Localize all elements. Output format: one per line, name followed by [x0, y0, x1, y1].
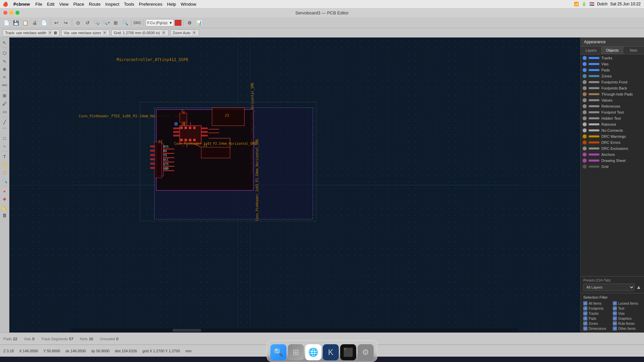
sf-item-text[interactable]: ✓ Text — [613, 306, 641, 310]
mm-btn[interactable]: mm — [1, 81, 8, 89]
sf-checkbox[interactable]: ✓ — [613, 326, 617, 330]
menu-place[interactable]: Place — [73, 2, 84, 7]
fullscreen-button[interactable] — [15, 11, 19, 15]
sf-checkbox[interactable]: ✓ — [613, 301, 617, 305]
menu-view[interactable]: View — [59, 2, 68, 7]
sf-item-dimensions[interactable]: ✓ Dimensions — [583, 326, 612, 330]
zoom-selector[interactable]: Zoom Auto ✕ — [170, 29, 199, 36]
via-size-selector[interactable]: Via: use netclass sizes ✕ — [61, 29, 109, 36]
layer-item-through-hole-pads[interactable]: Through-hole Pads — [581, 91, 644, 97]
layer-item-drc-errors[interactable]: DRC Errors — [581, 139, 644, 145]
layer-visibility-toggle[interactable] — [583, 165, 587, 169]
layer-visibility-toggle[interactable] — [583, 153, 587, 157]
interactive-router[interactable]: ⬡ — [1, 169, 8, 176]
layer-visibility-toggle[interactable] — [583, 62, 587, 66]
menu-window[interactable]: Window — [181, 2, 196, 7]
zoom-in-button[interactable]: 🔍+ — [102, 19, 111, 27]
sf-item-pads[interactable]: ✓ Pads — [583, 316, 612, 320]
update-pcb-button[interactable]: ↺ — [83, 19, 92, 27]
sf-item-locked-items[interactable]: ✓ Locked Items — [613, 301, 641, 305]
sf-item-tracks[interactable]: ✓ Tracks — [583, 311, 612, 315]
layer-visibility-toggle[interactable] — [583, 104, 587, 108]
layer-item-footprint-text[interactable]: Footprint Text — [581, 109, 644, 115]
design-rules-button[interactable]: DRC — [133, 19, 142, 27]
grid-selector[interactable]: Grid: 1.2700 mm (0.0500 in) ✕ — [111, 29, 168, 36]
layer-item-drc-warnings[interactable]: DRC Warnings — [581, 133, 644, 139]
grid-clear[interactable]: ✕ — [161, 31, 166, 35]
route-tracks-tool[interactable]: ⬡ — [1, 49, 8, 57]
sf-checkbox[interactable]: ✓ — [583, 306, 587, 310]
close-button[interactable] — [3, 11, 7, 15]
layer-item-zones[interactable]: Zones — [581, 73, 644, 79]
dock-kicad[interactable]: K — [323, 344, 339, 360]
presets-select[interactable]: All Layers — [583, 284, 635, 291]
layer-visibility-toggle[interactable] — [583, 146, 587, 150]
layer-item-values[interactable]: Values — [581, 97, 644, 103]
sf-item-graphics[interactable]: ✓ Graphics — [613, 316, 641, 320]
sf-item-footprints[interactable]: ✓ Footprints — [583, 306, 612, 310]
layer-visibility-toggle[interactable] — [583, 68, 587, 72]
layer-color-button[interactable] — [175, 20, 181, 26]
add-zone-tool[interactable]: ▭ — [1, 108, 8, 115]
add-wire-tool[interactable]: 🖊 — [1, 100, 8, 107]
layer-visibility-toggle[interactable] — [583, 159, 587, 163]
dock-settings[interactable]: ⚙ — [358, 344, 374, 360]
sf-item-vias[interactable]: ✓ Vias — [613, 311, 641, 315]
new-button[interactable]: 📄 — [2, 19, 11, 27]
inspect-tool[interactable]: 🔍 — [1, 177, 8, 184]
layer-visibility-toggle[interactable] — [583, 86, 587, 90]
menu-edit[interactable]: Edit — [47, 2, 54, 7]
layer-item-ratsnest[interactable]: Ratsnest — [581, 121, 644, 127]
sf-checkbox[interactable]: ✓ — [613, 306, 617, 310]
menu-preferences[interactable]: Preferences — [139, 2, 162, 7]
board-setup-button[interactable]: ⚙ — [185, 19, 194, 27]
add-via-tool[interactable]: ⊕ — [1, 65, 8, 73]
route-single-track-tool[interactable]: ∿ — [1, 57, 8, 65]
zoom-fit-button[interactable]: ⊞ — [111, 19, 120, 27]
menu-tools[interactable]: Tools — [124, 2, 134, 7]
print-button[interactable]: 🖨 — [30, 19, 39, 27]
delete-tool[interactable]: 🗑 — [1, 212, 8, 219]
draw-rect-tool[interactable]: □ — [1, 134, 8, 142]
draw-circle-tool[interactable]: ○ — [1, 142, 8, 150]
tab-nets[interactable]: Nets — [623, 47, 644, 54]
in-btn[interactable]: in — [1, 73, 8, 81]
draw-line-tool[interactable]: ╱ — [1, 118, 8, 126]
menu-help[interactable]: Help — [167, 2, 176, 7]
layer-visibility-toggle[interactable] — [583, 110, 587, 114]
plot-button[interactable]: 📋 — [21, 19, 30, 27]
layer-visibility-toggle[interactable] — [583, 98, 587, 102]
measure-tool[interactable]: 📏 — [1, 161, 8, 168]
zoom-out-button[interactable]: 🔍- — [93, 19, 101, 27]
tab-layers[interactable]: Layers — [581, 47, 602, 54]
layer-visibility-toggle[interactable] — [583, 74, 587, 78]
sf-item-zones[interactable]: ✓ Zones — [583, 321, 612, 325]
dock-finder[interactable]: 🔍 — [270, 344, 286, 360]
sf-item-rule-areas[interactable]: ✓ Rule Areas — [613, 321, 641, 325]
minimize-button[interactable] — [9, 11, 13, 15]
sf-item-all-items[interactable]: ✓ All Items — [583, 301, 612, 305]
layer-item-footprints-front[interactable]: Footprints Front — [581, 79, 644, 85]
push-shove-tool[interactable]: ✚ — [1, 195, 8, 203]
select-tool[interactable]: ↖ — [1, 39, 8, 46]
sf-checkbox[interactable]: ✓ — [583, 326, 587, 330]
sf-checkbox[interactable]: ✓ — [613, 311, 617, 315]
draw-arc-tool[interactable]: ⌒ — [1, 126, 8, 134]
via-size-clear[interactable]: ✕ — [102, 31, 107, 35]
layer-visibility-toggle[interactable] — [583, 140, 587, 144]
highlight-net-tool[interactable]: ● — [1, 187, 8, 195]
add-footprint-tool[interactable]: ⊞ — [1, 92, 8, 99]
sf-checkbox[interactable]: ✓ — [583, 316, 587, 320]
undo-button[interactable]: ↩ — [52, 19, 61, 27]
layer-item-footprints-back[interactable]: Footprints Back — [581, 85, 644, 91]
layer-item-anchors[interactable]: Anchors — [581, 152, 644, 158]
layer-visibility-toggle[interactable] — [583, 128, 587, 132]
layer-item-references[interactable]: References — [581, 103, 644, 109]
add-text-tool[interactable]: T — [1, 153, 8, 160]
layer-item-drc-exclusions[interactable]: DRC Exclusions — [581, 145, 644, 152]
rule-area-tool[interactable]: 📐 — [1, 203, 8, 211]
track-width-selector[interactable]: Track: use netclass width ✕ ▦ — [3, 29, 59, 36]
layer-visibility-toggle[interactable] — [583, 80, 587, 84]
layer-item-vias[interactable]: Vias — [581, 61, 644, 67]
zoom-to-objects[interactable]: 🔍 — [121, 19, 129, 27]
